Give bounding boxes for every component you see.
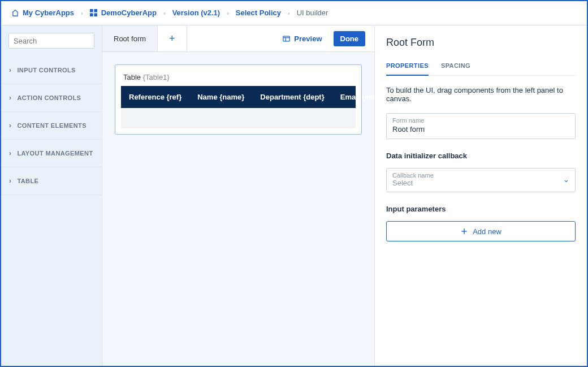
plus-icon: + bbox=[169, 33, 175, 45]
table-header-row: Reference {ref} Name {name} Department {… bbox=[121, 86, 356, 108]
chevron-right-icon: › bbox=[9, 177, 11, 185]
panel-tabs: PROPERTIES SPACING bbox=[386, 57, 576, 76]
sidebar-item-action-controls[interactable]: › ACTION CONTROLS bbox=[1, 84, 102, 112]
svg-rect-3 bbox=[94, 13, 98, 16]
breadcrumb-myapps[interactable]: My CyberApps bbox=[11, 8, 74, 17]
data-initializer-label: Data initializer callback bbox=[386, 152, 576, 160]
sidebar-item-label: INPUT CONTROLS bbox=[17, 67, 75, 74]
sidebar-item-layout-management[interactable]: › LAYOUT MANAGEMENT bbox=[1, 140, 102, 167]
breadcrumb-current: UI builder bbox=[297, 8, 328, 17]
panel-title: Root Form bbox=[386, 37, 576, 49]
breadcrumb-version[interactable]: Version (v2.1) bbox=[172, 8, 220, 17]
tab-label: Root form bbox=[114, 34, 146, 43]
chevron-right-icon: › bbox=[9, 149, 11, 157]
breadcrumb-current-label: UI builder bbox=[297, 8, 328, 17]
search-wrap bbox=[1, 25, 102, 57]
right-panel: Root Form PROPERTIES SPACING To build th… bbox=[374, 25, 587, 366]
breadcrumb: My CyberApps › DemoCyberApp › Version (v… bbox=[1, 1, 587, 25]
form-name-field[interactable]: Form name bbox=[386, 113, 576, 139]
canvas-area: Root form + Preview Done bbox=[102, 25, 374, 366]
preview-icon bbox=[282, 34, 291, 43]
search-box[interactable] bbox=[8, 33, 94, 49]
tab-spacing[interactable]: SPACING bbox=[441, 57, 470, 76]
svg-rect-6 bbox=[283, 36, 289, 41]
callback-select[interactable]: Callback name Select ⌄ bbox=[386, 168, 576, 192]
breadcrumb-version-label: Version (v2.1) bbox=[172, 8, 220, 17]
sidebar-item-label: TABLE bbox=[17, 178, 38, 184]
app-grid-icon bbox=[90, 9, 98, 17]
search-input[interactable] bbox=[14, 37, 109, 45]
breadcrumb-policy[interactable]: Select Policy bbox=[236, 8, 281, 17]
sidebar-item-table[interactable]: › TABLE bbox=[1, 167, 102, 195]
tabs-row: Root form + Preview Done bbox=[102, 25, 374, 52]
table-title: Table {Table1} bbox=[121, 71, 356, 86]
breadcrumb-app-label: DemoCyberApp bbox=[101, 8, 157, 17]
sidebar-item-label: CONTENT ELEMENTS bbox=[17, 122, 87, 129]
table-title-text: Table bbox=[123, 73, 141, 81]
chevron-right-icon: › bbox=[161, 10, 168, 16]
breadcrumb-myapps-label: My CyberApps bbox=[23, 8, 74, 17]
toolbar-right: Preview Done bbox=[187, 25, 374, 51]
table-body-empty bbox=[121, 108, 356, 128]
sidebar-item-label: ACTION CONTROLS bbox=[17, 94, 81, 101]
chevron-down-icon: ⌄ bbox=[563, 175, 569, 184]
tab-root-form[interactable]: Root form bbox=[102, 25, 158, 51]
tab-properties[interactable]: PROPERTIES bbox=[386, 57, 429, 76]
chevron-right-icon: › bbox=[9, 122, 11, 129]
workarea: › INPUT CONTROLS › ACTION CONTROLS › CON… bbox=[1, 25, 587, 366]
table-card[interactable]: Table {Table1} Reference {ref} Name {nam… bbox=[115, 64, 362, 135]
plus-icon bbox=[460, 227, 468, 235]
svg-rect-0 bbox=[90, 9, 93, 12]
table-col-reference[interactable]: Reference {ref} bbox=[121, 86, 189, 108]
svg-rect-2 bbox=[90, 13, 93, 16]
preview-button[interactable]: Preview bbox=[282, 34, 322, 43]
sidebar: › INPUT CONTROLS › ACTION CONTROLS › CON… bbox=[1, 25, 102, 366]
callback-label: Callback name bbox=[392, 172, 563, 179]
sidebar-item-input-controls[interactable]: › INPUT CONTROLS bbox=[1, 57, 102, 84]
breadcrumb-app[interactable]: DemoCyberApp bbox=[90, 8, 157, 17]
canvas[interactable]: Table {Table1} Reference {ref} Name {nam… bbox=[102, 52, 374, 147]
table-token: {Table1} bbox=[143, 73, 170, 81]
sidebar-item-content-elements[interactable]: › CONTENT ELEMENTS bbox=[1, 112, 102, 140]
panel-hint: To build the UI, drag components from th… bbox=[386, 86, 576, 103]
add-new-label: Add new bbox=[473, 227, 501, 236]
table-col-department[interactable]: Department {dept} bbox=[252, 86, 332, 108]
input-parameters-label: Input parameters bbox=[386, 205, 576, 213]
form-name-input[interactable] bbox=[392, 125, 569, 133]
callback-value: Select bbox=[392, 179, 563, 187]
add-new-button[interactable]: Add new bbox=[386, 221, 576, 241]
chevron-right-icon: › bbox=[79, 10, 85, 16]
chevron-right-icon: › bbox=[286, 10, 292, 16]
tab-add-button[interactable]: + bbox=[158, 25, 187, 51]
chevron-right-icon: › bbox=[224, 10, 231, 16]
app-frame: My CyberApps › DemoCyberApp › Version (v… bbox=[0, 0, 588, 367]
home-icon bbox=[11, 9, 19, 17]
breadcrumb-policy-label: Select Policy bbox=[236, 8, 281, 17]
svg-rect-1 bbox=[94, 9, 98, 12]
preview-label: Preview bbox=[294, 34, 322, 43]
sidebar-item-label: LAYOUT MANAGEMENT bbox=[17, 150, 93, 157]
chevron-right-icon: › bbox=[9, 94, 11, 102]
done-button[interactable]: Done bbox=[334, 31, 366, 46]
chevron-right-icon: › bbox=[9, 66, 11, 74]
table-col-name[interactable]: Name {name} bbox=[189, 86, 252, 108]
form-name-label: Form name bbox=[392, 117, 569, 124]
